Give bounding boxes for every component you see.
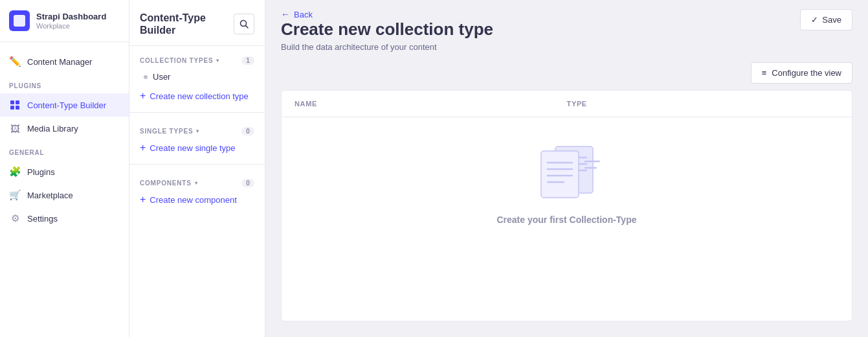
main-header: Create new collection type Build the dat… <box>265 19 868 62</box>
svg-rect-3 <box>16 106 19 110</box>
col-type-header: TYPE <box>567 100 840 108</box>
pencil-icon: ✏️ <box>9 56 21 67</box>
general-section-label: GENERAL <box>0 140 129 160</box>
collection-chevron-icon: ▾ <box>216 58 219 64</box>
components-count: 0 <box>241 179 254 187</box>
main-content-area: ← Back ✓ Save Create new collection type… <box>265 0 868 337</box>
svg-line-5 <box>246 26 249 29</box>
table-header: NAME TYPE <box>282 91 852 117</box>
back-link[interactable]: ← Back <box>281 9 852 19</box>
create-single-type-button[interactable]: + Create new single type <box>129 138 265 157</box>
user-item[interactable]: User <box>129 67 265 86</box>
cart-icon: 🛒 <box>9 189 21 201</box>
bullet-icon <box>144 75 148 79</box>
page-subtitle: Build the data architecture of your cont… <box>281 42 852 52</box>
collection-types-header[interactable]: COLLECTION TYPES ▾ 1 <box>129 54 265 67</box>
gear-icon: ⚙ <box>9 213 21 224</box>
panel-search-button[interactable] <box>234 14 254 34</box>
svg-rect-0 <box>10 100 14 104</box>
content-card: NAME TYPE <box>281 90 852 321</box>
main-content: NAME TYPE <box>265 90 868 337</box>
create-collection-type-button[interactable]: + Create new collection type <box>129 86 265 106</box>
sidebar-item-media-library[interactable]: 🖼 Media Library <box>0 117 129 140</box>
content-manager-label: Content Manager <box>27 57 92 67</box>
app-name: Strapi Dashboard <box>36 12 106 22</box>
svg-rect-2 <box>10 106 14 110</box>
back-label: Back <box>294 10 313 19</box>
collection-types-label: COLLECTION TYPES ▾ <box>140 57 219 64</box>
sidebar-item-marketplace[interactable]: 🛒 Marketplace <box>0 183 129 207</box>
content-type-builder-label: Content-Type Builder <box>27 100 106 110</box>
plus-icon-component: + <box>140 194 146 205</box>
single-types-label: SINGLE TYPES ▾ <box>140 128 199 135</box>
empty-state-text: Create your first Collection-Type <box>496 215 636 225</box>
plugins-label: Plugins <box>27 167 55 177</box>
collection-types-count: 1 <box>241 56 254 65</box>
collection-types-section: COLLECTION TYPES ▾ 1 User + Create new c… <box>129 46 265 108</box>
svg-rect-1 <box>16 100 19 104</box>
divider-2 <box>129 164 265 165</box>
sidebar-header: Strapi Dashboard Workplace <box>0 0 129 42</box>
sidebar-item-content-manager[interactable]: ✏️ Content Manager <box>0 50 129 73</box>
single-types-chevron-icon: ▾ <box>196 128 199 134</box>
components-section: COMPONENTS ▾ 0 + Create new component <box>129 168 265 212</box>
components-header[interactable]: COMPONENTS ▾ 0 <box>129 176 265 190</box>
sidebar-item-settings[interactable]: ⚙ Settings <box>0 207 129 230</box>
configure-view-button[interactable]: ≡ Configure the view <box>751 62 852 84</box>
single-types-count: 0 <box>241 127 254 135</box>
components-label: COMPONENTS ▾ <box>140 180 197 187</box>
empty-state-illustration <box>528 143 606 202</box>
single-types-header[interactable]: SINGLE TYPES ▾ 0 <box>129 124 265 138</box>
puzzle-icon: 🧩 <box>9 166 21 178</box>
panel-header: Content-Type Builder <box>129 0 265 46</box>
main-toolbar: ≡ Configure the view <box>265 62 868 90</box>
empty-state: Create your first Collection-Type <box>282 117 852 251</box>
sidebar-item-plugins[interactable]: 🧩 Plugins <box>0 160 129 183</box>
sidebar-item-content-type-builder[interactable]: Content-Type Builder <box>0 93 129 117</box>
svg-rect-11 <box>541 151 579 198</box>
app-subtitle: Workplace <box>36 22 106 30</box>
sidebar-nav: ✏️ Content Manager PLUGINS Content-Type … <box>0 42 129 337</box>
save-button[interactable]: ✓ Save <box>800 9 852 30</box>
check-icon: ✓ <box>811 15 818 25</box>
main-wrapper: ← Back ✓ Save Create new collection type… <box>265 0 868 337</box>
sidebar: Strapi Dashboard Workplace ✏️ Content Ma… <box>0 0 129 337</box>
create-component-button[interactable]: + Create new component <box>129 190 265 209</box>
photo-icon: 🖼 <box>9 122 21 134</box>
components-chevron-icon: ▾ <box>195 180 198 186</box>
panel-title: Content-Type Builder <box>140 12 206 36</box>
configure-lines-icon: ≡ <box>762 68 767 78</box>
settings-label: Settings <box>27 214 58 224</box>
app-info: Strapi Dashboard Workplace <box>36 12 106 30</box>
divider-1 <box>129 112 265 113</box>
content-type-panel: Content-Type Builder COLLECTION TYPES ▾ … <box>129 0 265 337</box>
back-arrow-icon: ← <box>281 9 290 19</box>
app-logo <box>9 10 30 31</box>
col-name-header: NAME <box>295 100 567 108</box>
plus-icon-single: + <box>140 143 146 153</box>
plus-icon: + <box>140 91 146 101</box>
plugins-section-label: PLUGINS <box>0 73 129 93</box>
page-title: Create new collection type <box>281 19 852 40</box>
marketplace-label: Marketplace <box>27 191 73 200</box>
content-type-icon <box>9 99 21 111</box>
single-types-section: SINGLE TYPES ▾ 0 + Create new single typ… <box>129 117 265 160</box>
media-library-label: Media Library <box>27 124 78 134</box>
